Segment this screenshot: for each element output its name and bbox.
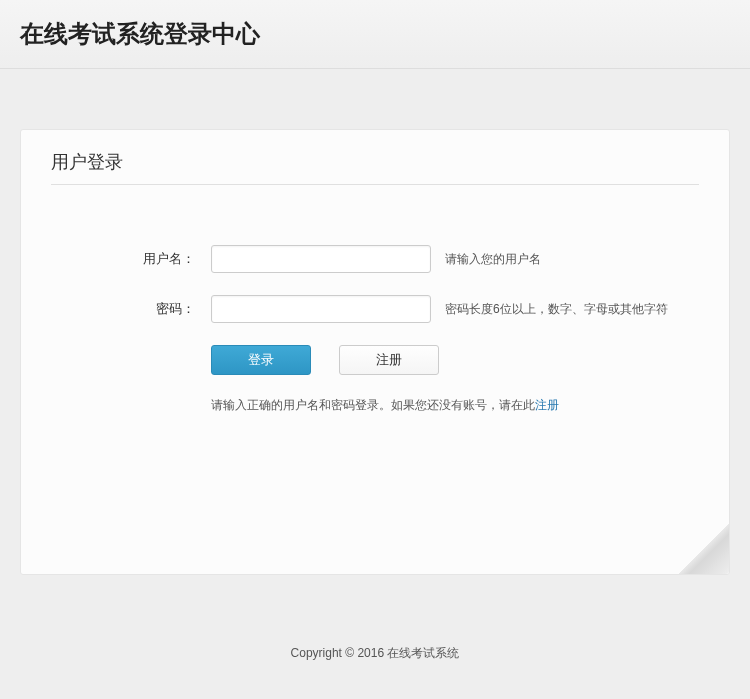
register-button[interactable]: 注册 [339, 345, 439, 375]
help-prefix: 请输入正确的用户名和密码登录。如果您还没有账号，请在此 [211, 398, 535, 412]
password-input[interactable] [211, 295, 431, 323]
button-row: 登录 注册 [211, 345, 699, 375]
username-row: 用户名： 请输入您的用户名 [51, 245, 699, 273]
username-label: 用户名： [51, 250, 211, 268]
username-hint: 请输入您的用户名 [445, 251, 541, 268]
panel-corner-decoration [679, 524, 729, 574]
password-hint: 密码长度6位以上，数字、字母或其他字符 [445, 301, 668, 318]
content-area: 用户登录 用户名： 请输入您的用户名 密码： 密码长度6位以上，数字、字母或其他… [0, 69, 750, 595]
footer-text: Copyright © 2016 在线考试系统 [291, 646, 460, 660]
password-row: 密码： 密码长度6位以上，数字、字母或其他字符 [51, 295, 699, 323]
header: 在线考试系统登录中心 [0, 0, 750, 69]
username-input[interactable] [211, 245, 431, 273]
footer: Copyright © 2016 在线考试系统 [0, 595, 750, 682]
password-label: 密码： [51, 300, 211, 318]
register-link[interactable]: 注册 [535, 398, 559, 412]
login-panel: 用户登录 用户名： 请输入您的用户名 密码： 密码长度6位以上，数字、字母或其他… [20, 129, 730, 575]
login-button[interactable]: 登录 [211, 345, 311, 375]
page-title: 在线考试系统登录中心 [20, 18, 730, 50]
panel-title: 用户登录 [51, 150, 699, 185]
help-text: 请输入正确的用户名和密码登录。如果您还没有账号，请在此注册 [211, 397, 699, 414]
